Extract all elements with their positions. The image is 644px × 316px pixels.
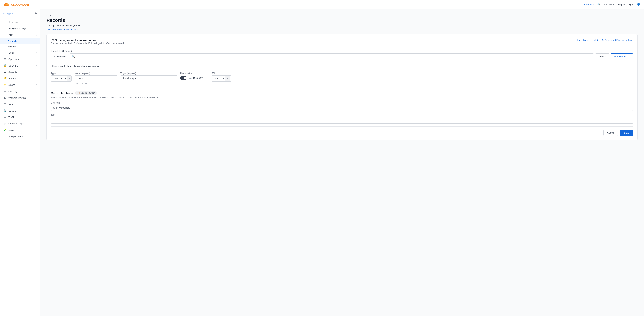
sidebar-scrape-shield-label: Scrape Shield xyxy=(8,135,24,138)
sidebar-caching-label: Caching xyxy=(8,90,17,93)
toggle-knob xyxy=(184,77,187,79)
type-select-caret-icon[interactable]: ▼ xyxy=(67,76,72,81)
support-dropdown[interactable]: Support ▼ xyxy=(604,3,614,6)
dns-icon xyxy=(4,33,6,37)
top-navigation: CLOUDFLARE + Add site 🔍 Support ▼ Englis… xyxy=(0,0,644,9)
target-label: Target (required) xyxy=(120,72,178,75)
sidebar-sub-item-settings[interactable]: Settings xyxy=(0,44,40,49)
svg-point-8 xyxy=(4,58,6,59)
user-menu[interactable]: 👤 xyxy=(636,3,640,6)
type-select-wrapper: CNAME A AAAA MX TXT ▼ xyxy=(51,75,72,82)
doc-badge-label: Documentation xyxy=(80,92,95,94)
sidebar-item-overview-label: Overview xyxy=(8,21,18,23)
search-button[interactable]: Search xyxy=(595,53,609,59)
sidebar-item-rules[interactable]: Rules ▼ xyxy=(0,101,40,108)
tags-input[interactable] xyxy=(51,117,633,124)
sidebar-item-email[interactable]: ✉ Email ▼ xyxy=(0,49,40,56)
gear-icon: ⚙ xyxy=(602,39,604,41)
dns-caret-icon: ▲ xyxy=(35,34,37,36)
dashboard-settings-button[interactable]: ⚙ Dashboard Display Settings xyxy=(602,39,633,41)
apps-icon: 🧩 xyxy=(4,128,6,132)
sidebar-item-traffic[interactable]: ↔ Traffic ▼ xyxy=(0,114,40,120)
sidebar-access-label: Access xyxy=(8,77,16,80)
language-label: English (US) xyxy=(618,3,631,6)
svg-rect-1 xyxy=(5,27,5,29)
search-section: Search DNS Records ⊟ Add filter 🔍 Search… xyxy=(51,50,633,59)
cloudflare-text: CLOUDFLARE xyxy=(11,3,30,6)
tags-label: Tags xyxy=(51,114,633,116)
sidebar-item-analytics-logs[interactable]: Analytics & Logs ▼ xyxy=(0,25,40,32)
access-icon: 🔑 xyxy=(4,77,6,80)
sidebar-item-security[interactable]: 🛡 Security ▼ xyxy=(0,69,40,75)
sidebar-network-label: Network xyxy=(8,110,17,112)
sidebar-item-overview[interactable]: ⊞ Overview xyxy=(0,19,40,25)
analytics-icon xyxy=(4,27,6,30)
docs-link[interactable]: DNS records documentation ↗ xyxy=(46,28,78,31)
sidebar-dns-label: DNS xyxy=(8,34,14,36)
sidebar-item-caching[interactable]: Caching ▼ xyxy=(0,88,40,95)
card-header: DNS management for example.com Review, a… xyxy=(51,39,633,48)
email-icon: ✉ xyxy=(4,51,6,54)
card-subtitle: Review, add, and edit DNS records. Edits… xyxy=(51,42,124,45)
rules-icon xyxy=(4,103,6,106)
analytics-caret-icon: ▼ xyxy=(35,27,37,29)
speed-caret-icon: ▼ xyxy=(35,84,37,86)
spectrum-icon xyxy=(4,57,6,61)
sidebar-item-apps[interactable]: 🧩 Apps xyxy=(0,127,40,133)
language-dropdown[interactable]: English (US) ▼ xyxy=(618,3,633,6)
sidebar-item-network[interactable]: 📡 Network xyxy=(0,108,40,114)
record-attributes-header: Record Attributes 📋 Documentation xyxy=(51,91,633,95)
alias-target: domains.spp.io. xyxy=(81,65,100,67)
save-button[interactable]: Save xyxy=(620,130,633,136)
add-filter-button[interactable]: ⊟ Add filter xyxy=(51,53,68,59)
docs-link-text: DNS records documentation xyxy=(46,28,76,31)
sidebar-item-scrape-shield[interactable]: 🛡 Scrape Shield xyxy=(0,133,40,139)
speed-icon: ⚡ xyxy=(4,83,6,86)
svg-rect-2 xyxy=(6,27,6,29)
sidebar-item-spectrum[interactable]: Spectrum xyxy=(0,56,40,62)
rules-caret-icon: ▼ xyxy=(35,103,37,105)
sidebar-item-workers-routes[interactable]: ⚙ Workers Routes xyxy=(0,95,40,101)
sidebar-item-ssl-tls[interactable]: 🔒 SSL/TLS ▼ xyxy=(0,62,40,69)
proxy-cloud-icon: ☁ xyxy=(188,76,192,80)
target-input[interactable] xyxy=(120,75,178,81)
cloudflare-logo[interactable]: CLOUDFLARE xyxy=(4,3,30,6)
sidebar-item-dns[interactable]: DNS ▲ xyxy=(0,32,40,38)
search-row: ⊟ Add filter 🔍 Search ⊕ + Add record xyxy=(51,53,633,59)
import-export-caret-icon: ▼ xyxy=(596,39,599,41)
proxy-toggle[interactable] xyxy=(180,76,187,80)
import-export-button[interactable]: Import and Export ▼ xyxy=(577,39,598,41)
cloudflare-cloud-icon xyxy=(4,3,10,6)
add-record-button[interactable]: ⊕ + Add record xyxy=(611,53,633,59)
sidebar-analytics-label: Analytics & Logs xyxy=(8,27,26,30)
cancel-button[interactable]: Cancel xyxy=(604,130,618,136)
proxy-status-label: Proxy status xyxy=(180,72,209,75)
dns-record-form-row: Type CNAME A AAAA MX TXT ▼ Name xyxy=(51,72,633,84)
sidebar-sub-item-records[interactable]: Records xyxy=(0,38,40,44)
caching-caret-icon: ▼ xyxy=(35,90,37,92)
search-input[interactable] xyxy=(70,53,594,59)
dns-management-card: DNS management for example.com Review, a… xyxy=(46,34,638,140)
comment-field: Comment xyxy=(51,102,633,111)
card-title-prefix: DNS management for xyxy=(51,39,79,42)
sidebar-item-custom-pages[interactable]: 📄 Custom Pages xyxy=(0,120,40,127)
documentation-badge[interactable]: 📋 Documentation xyxy=(75,91,97,95)
search-icon[interactable]: 🔍 xyxy=(597,3,601,6)
add-record-plus-icon: ⊕ xyxy=(614,55,616,58)
sidebar-custom-pages-label: Custom Pages xyxy=(8,122,24,125)
ttl-caret-icon[interactable]: ▼ xyxy=(225,76,230,81)
sidebar-nav: ⊞ Overview Analytics & Logs ▼ xyxy=(0,17,40,141)
domain-selector[interactable]: ← spp.io ▶ xyxy=(0,9,40,17)
type-select[interactable]: CNAME A AAAA MX TXT xyxy=(51,75,67,81)
alias-info: clients.spp.io is an alias of domains.sp… xyxy=(51,63,633,69)
main-content: DNS Records Manage DNS records of your d… xyxy=(40,9,644,316)
name-input[interactable] xyxy=(74,75,118,81)
ttl-select-wrapper: Auto 1 min 2 min 5 min ▼ xyxy=(212,75,232,82)
comment-input[interactable] xyxy=(51,105,633,111)
ttl-select[interactable]: Auto 1 min 2 min 5 min xyxy=(212,75,225,81)
add-site-button[interactable]: + Add site xyxy=(584,3,594,6)
sidebar-item-access[interactable]: 🔑 Access xyxy=(0,75,40,82)
sidebar-item-speed[interactable]: ⚡ Speed ▼ xyxy=(0,82,40,88)
dashboard-settings-label: Dashboard Display Settings xyxy=(604,39,633,41)
name-label: Name (required) xyxy=(74,72,118,75)
